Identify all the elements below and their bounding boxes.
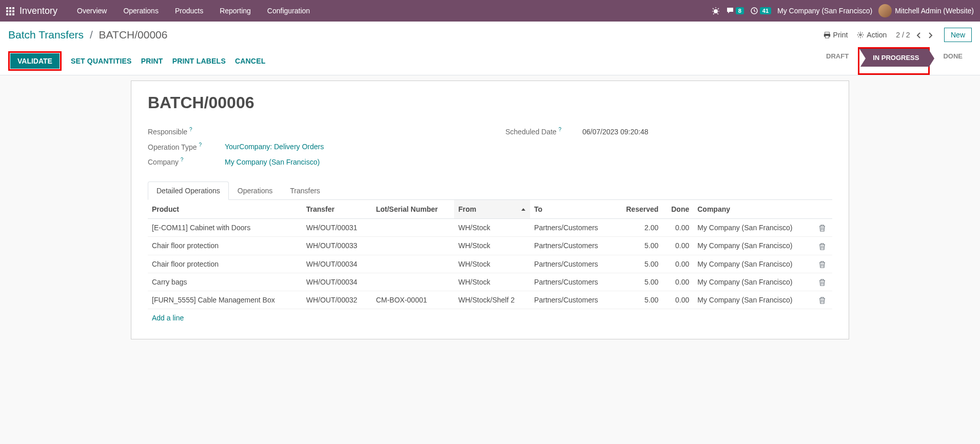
add-line[interactable]: Add a line: [148, 309, 188, 327]
help-icon[interactable]: ?: [181, 157, 184, 163]
status-done[interactable]: DONE: [930, 47, 972, 75]
pager-next[interactable]: [926, 30, 935, 39]
cell-from[interactable]: WH/Stock/Shelf 2: [454, 291, 530, 309]
messages-icon[interactable]: 8: [726, 7, 744, 15]
cell-from[interactable]: WH/Stock: [454, 273, 530, 291]
cell-reserved[interactable]: 5.00: [615, 237, 662, 255]
cancel-button[interactable]: CANCEL: [235, 57, 266, 65]
menu-products[interactable]: Products: [167, 2, 211, 20]
set-quantities-button[interactable]: SET QUANTITIES: [71, 57, 132, 65]
trash-icon[interactable]: [819, 224, 826, 232]
table-row[interactable]: Chair floor protectionWH/OUT/00033WH/Sto…: [148, 237, 832, 255]
help-icon[interactable]: ?: [189, 127, 192, 132]
cell-company[interactable]: My Company (San Francisco): [693, 291, 815, 309]
breadcrumb-parent[interactable]: Batch Transfers: [8, 29, 84, 41]
company-switcher[interactable]: My Company (San Francisco): [777, 7, 872, 15]
field-operation-type[interactable]: YourCompany: Delivery Orders: [225, 143, 324, 151]
cell-delete[interactable]: [815, 273, 832, 291]
action-menu[interactable]: Action: [857, 31, 887, 39]
cell-lot[interactable]: [372, 237, 455, 255]
cell-to[interactable]: Partners/Customers: [530, 218, 615, 236]
menu-overview[interactable]: Overview: [69, 2, 115, 20]
debug-icon[interactable]: [712, 7, 720, 15]
cell-company[interactable]: My Company (San Francisco): [693, 237, 815, 255]
cell-done[interactable]: 0.00: [662, 273, 693, 291]
cell-product[interactable]: [E-COM11] Cabinet with Doors: [148, 218, 302, 236]
validate-button[interactable]: VALIDATE: [10, 53, 60, 69]
tab-transfers[interactable]: Transfers: [281, 181, 329, 200]
print-labels-button[interactable]: PRINT LABELS: [172, 57, 226, 65]
field-scheduled-date[interactable]: 06/07/2023 09:20:48: [582, 128, 648, 136]
cell-done[interactable]: 0.00: [662, 255, 693, 273]
cell-product[interactable]: Chair floor protection: [148, 255, 302, 273]
status-draft[interactable]: DRAFT: [818, 47, 858, 75]
cell-transfer[interactable]: WH/OUT/00034: [302, 255, 372, 273]
trash-icon[interactable]: [819, 278, 826, 286]
print-button[interactable]: PRINT: [141, 57, 163, 65]
cell-reserved[interactable]: 5.00: [615, 255, 662, 273]
cell-company[interactable]: My Company (San Francisco): [693, 255, 815, 273]
th-lot[interactable]: Lot/Serial Number: [372, 200, 455, 219]
cell-to[interactable]: Partners/Customers: [530, 237, 615, 255]
table-row[interactable]: Carry bagsWH/OUT/00034WH/StockPartners/C…: [148, 273, 832, 291]
th-to[interactable]: To: [530, 200, 615, 219]
trash-icon[interactable]: [819, 260, 826, 268]
table-row[interactable]: Chair floor protectionWH/OUT/00034WH/Sto…: [148, 255, 832, 273]
pager-value[interactable]: 2 / 2: [896, 31, 910, 39]
th-from[interactable]: From: [454, 200, 530, 219]
cell-delete[interactable]: [815, 218, 832, 236]
help-icon[interactable]: ?: [559, 127, 562, 132]
cell-company[interactable]: My Company (San Francisco): [693, 273, 815, 291]
trash-icon[interactable]: [819, 296, 826, 304]
cell-product[interactable]: Chair floor protection: [148, 237, 302, 255]
th-product[interactable]: Product: [148, 200, 302, 219]
user-menu[interactable]: Mitchell Admin (Website): [878, 4, 974, 17]
apps-icon[interactable]: [6, 7, 14, 15]
field-company[interactable]: My Company (San Francisco): [225, 158, 320, 166]
cell-product[interactable]: [FURN_5555] Cable Management Box: [148, 291, 302, 309]
cell-reserved[interactable]: 5.00: [615, 273, 662, 291]
menu-configuration[interactable]: Configuration: [259, 2, 318, 20]
cell-lot[interactable]: [372, 273, 455, 291]
cell-lot[interactable]: [372, 218, 455, 236]
cell-delete[interactable]: [815, 237, 832, 255]
app-brand[interactable]: Inventory: [19, 6, 57, 16]
cell-lot[interactable]: [372, 255, 455, 273]
cell-delete[interactable]: [815, 291, 832, 309]
th-company[interactable]: Company: [693, 200, 815, 219]
tab-detailed-operations[interactable]: Detailed Operations: [148, 181, 229, 200]
cell-to[interactable]: Partners/Customers: [530, 273, 615, 291]
table-row[interactable]: [E-COM11] Cabinet with DoorsWH/OUT/00031…: [148, 218, 832, 236]
new-button[interactable]: New: [944, 28, 972, 42]
th-transfer[interactable]: Transfer: [302, 200, 372, 219]
cell-lot[interactable]: CM-BOX-00001: [372, 291, 455, 309]
cell-transfer[interactable]: WH/OUT/00034: [302, 273, 372, 291]
cell-reserved[interactable]: 2.00: [615, 218, 662, 236]
trash-icon[interactable]: [819, 241, 826, 250]
cell-from[interactable]: WH/Stock: [454, 218, 530, 236]
cell-from[interactable]: WH/Stock: [454, 255, 530, 273]
cell-done[interactable]: 0.00: [662, 291, 693, 309]
cell-from[interactable]: WH/Stock: [454, 237, 530, 255]
cell-done[interactable]: 0.00: [662, 218, 693, 236]
menu-operations[interactable]: Operations: [115, 2, 166, 20]
tab-operations[interactable]: Operations: [229, 181, 281, 200]
cell-to[interactable]: Partners/Customers: [530, 255, 615, 273]
menu-reporting[interactable]: Reporting: [211, 2, 259, 20]
cell-reserved[interactable]: 5.00: [615, 291, 662, 309]
cell-delete[interactable]: [815, 255, 832, 273]
cell-company[interactable]: My Company (San Francisco): [693, 218, 815, 236]
table-row[interactable]: [FURN_5555] Cable Management BoxWH/OUT/0…: [148, 291, 832, 309]
pager-prev[interactable]: [914, 30, 926, 39]
help-icon[interactable]: ?: [199, 142, 202, 148]
activities-icon[interactable]: 41: [750, 7, 771, 15]
cell-to[interactable]: Partners/Customers: [530, 291, 615, 309]
status-in-progress[interactable]: IN PROGRESS: [859, 49, 928, 67]
cell-transfer[interactable]: WH/OUT/00033: [302, 237, 372, 255]
th-done[interactable]: Done: [662, 200, 693, 219]
th-reserved[interactable]: Reserved: [615, 200, 662, 219]
cell-done[interactable]: 0.00: [662, 237, 693, 255]
print-menu[interactable]: Print: [824, 31, 848, 39]
cell-transfer[interactable]: WH/OUT/00031: [302, 218, 372, 236]
cell-product[interactable]: Carry bags: [148, 273, 302, 291]
